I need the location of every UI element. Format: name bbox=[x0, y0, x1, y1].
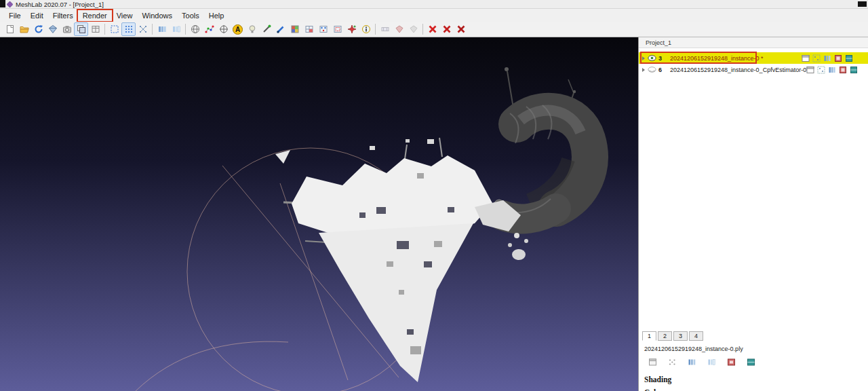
layer-row-instance-0[interactable]: 3 20241206152919248_instance-0 * bbox=[639, 52, 868, 64]
layer-columns-icon[interactable] bbox=[823, 54, 831, 62]
meshlab-app-icon bbox=[7, 1, 13, 7]
props-columns-light-icon[interactable] bbox=[707, 358, 716, 367]
project-panel-header[interactable]: Project_1 bbox=[639, 37, 868, 48]
window-title: MeshLab 2020.07 - [Project_1] bbox=[16, 1, 104, 8]
delete-mesh-icon[interactable] bbox=[425, 22, 439, 36]
window-controls-area[interactable] bbox=[858, 1, 867, 7]
select-area-icon[interactable] bbox=[330, 22, 344, 36]
layer-dialog-icon[interactable] bbox=[802, 54, 810, 62]
layer-label: 20241206152919248_instance-0_CpfvEstimat… bbox=[670, 67, 806, 73]
smooth-shading-icon[interactable] bbox=[169, 22, 183, 36]
layer-texture-icon[interactable] bbox=[850, 66, 858, 74]
wireframe-icon[interactable] bbox=[136, 22, 150, 36]
text-label-glyph: A bbox=[235, 26, 240, 33]
toolbar-separator bbox=[104, 24, 105, 35]
menu-filters[interactable]: Filters bbox=[48, 10, 78, 21]
properties-icon-row bbox=[648, 358, 868, 367]
props-columns-icon[interactable] bbox=[688, 358, 696, 367]
tab-2[interactable]: 2 bbox=[658, 331, 672, 341]
toolbar-separator bbox=[185, 24, 186, 35]
viewport-area bbox=[0, 37, 638, 391]
star-icon[interactable] bbox=[344, 22, 359, 36]
layer-grid-icon[interactable] bbox=[812, 54, 821, 62]
tab-4[interactable]: 4 bbox=[689, 331, 703, 341]
tab-3[interactable]: 3 bbox=[673, 331, 688, 341]
measure-icon[interactable] bbox=[378, 22, 392, 36]
menu-render[interactable]: Render bbox=[78, 10, 112, 21]
3d-viewport-canvas[interactable] bbox=[0, 37, 638, 391]
layer-color-icon[interactable] bbox=[839, 66, 847, 74]
paint-brush-icon[interactable] bbox=[273, 22, 288, 36]
menu-view[interactable]: View bbox=[112, 10, 138, 21]
open-file-icon[interactable] bbox=[17, 22, 31, 36]
expand-chevron-icon[interactable] bbox=[642, 56, 645, 60]
properties-tab-bar: 1 2 3 4 bbox=[642, 331, 868, 341]
points-icon[interactable] bbox=[121, 22, 136, 36]
reload-icon[interactable] bbox=[31, 22, 45, 36]
layer-dialog-icon[interactable] bbox=[806, 66, 814, 74]
snapshot-icon[interactable] bbox=[60, 22, 74, 36]
select-faces-icon[interactable] bbox=[302, 22, 316, 36]
visibility-eye-icon[interactable] bbox=[648, 67, 656, 73]
text-label-icon[interactable]: A bbox=[231, 22, 245, 36]
main-toolbar: A bbox=[0, 22, 868, 37]
tab-1[interactable]: 1 bbox=[642, 331, 656, 341]
layer-row-cpfvestimator[interactable]: 6 20241206152919248_instance-0_CpfvEstim… bbox=[639, 64, 868, 75]
select-verts-icon[interactable] bbox=[316, 22, 330, 36]
path-points-icon[interactable] bbox=[202, 22, 216, 36]
show-raster-dialog-icon[interactable] bbox=[88, 22, 102, 36]
menu-edit[interactable]: Edit bbox=[26, 10, 48, 21]
info-icon[interactable] bbox=[359, 22, 373, 36]
layer-grid-icon[interactable] bbox=[817, 66, 825, 74]
layer-list: 3 20241206152919248_instance-0 * 6 20241… bbox=[639, 52, 868, 75]
new-file-icon[interactable] bbox=[3, 22, 17, 36]
gray-gem-icon[interactable] bbox=[406, 22, 420, 36]
layer-properties-panel: 1 2 3 4 20241206152919248_instance-0.ply… bbox=[639, 331, 868, 391]
toolbar-separator bbox=[375, 24, 376, 35]
title-bar: MeshLab 2020.07 - [Project_1] bbox=[0, 0, 868, 9]
lamp-icon[interactable] bbox=[245, 22, 259, 36]
layer-id: 6 bbox=[658, 67, 667, 73]
menu-help[interactable]: Help bbox=[204, 10, 229, 21]
section-color-label: Color bbox=[644, 388, 868, 391]
project-title: Project_1 bbox=[646, 39, 671, 46]
menu-bar: File Edit Filters Render View Windows To… bbox=[0, 9, 868, 22]
menu-tools[interactable]: Tools bbox=[177, 10, 204, 21]
delete-all-icon[interactable] bbox=[454, 22, 468, 36]
save-gem-icon[interactable] bbox=[45, 22, 60, 36]
props-points-icon[interactable] bbox=[668, 358, 677, 367]
expand-chevron-icon[interactable] bbox=[642, 68, 645, 72]
menu-windows[interactable]: Windows bbox=[137, 10, 177, 21]
layer-texture-icon[interactable] bbox=[845, 54, 853, 62]
props-color-icon[interactable] bbox=[727, 358, 736, 367]
probe-pen-icon[interactable] bbox=[259, 22, 273, 36]
layer-label: 20241206152919248_instance-0 * bbox=[670, 55, 764, 62]
visibility-eye-icon[interactable] bbox=[648, 55, 656, 61]
toolbar-separator bbox=[422, 24, 423, 35]
flat-shading-icon[interactable] bbox=[155, 22, 169, 36]
delete-raster-icon[interactable] bbox=[439, 22, 454, 36]
red-gem-icon[interactable] bbox=[392, 22, 406, 36]
current-mesh-filename: 20241206152919248_instance-0.ply bbox=[644, 346, 868, 352]
layer-color-icon[interactable] bbox=[834, 54, 842, 62]
props-box-icon[interactable] bbox=[648, 358, 657, 367]
screen-corner-artifact bbox=[0, 0, 5, 7]
layer-columns-icon[interactable] bbox=[828, 66, 836, 74]
props-texture-icon[interactable] bbox=[747, 358, 755, 367]
color-grid-icon[interactable] bbox=[288, 22, 302, 36]
show-layer-dialog-icon[interactable] bbox=[74, 22, 88, 36]
toolbar-separator bbox=[152, 24, 153, 35]
layer-id: 3 bbox=[658, 55, 667, 62]
globe-icon[interactable] bbox=[188, 22, 202, 36]
menu-file[interactable]: File bbox=[4, 10, 26, 21]
bbox-icon[interactable] bbox=[107, 22, 121, 36]
section-shading-label: Shading bbox=[644, 375, 868, 384]
layers-side-panel: Project_1 3 20241206152919248_instance-0… bbox=[638, 37, 868, 391]
orbit-icon[interactable] bbox=[216, 22, 231, 36]
